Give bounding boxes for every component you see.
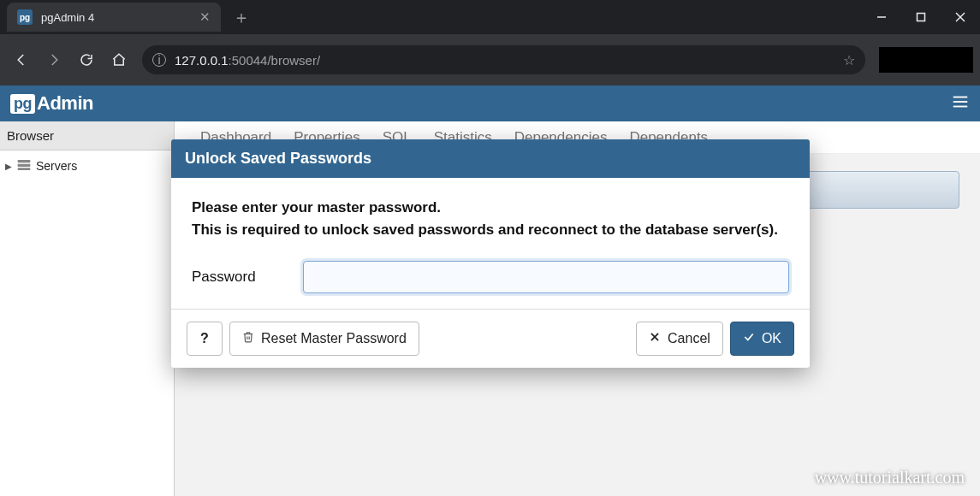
address-bar[interactable]: i 127.0.0.1:50044/browser/ ☆ [142, 45, 865, 74]
tab-close-icon[interactable]: ✕ [199, 9, 211, 25]
close-icon [649, 331, 661, 346]
url-path: :50044/browser/ [229, 53, 321, 68]
tab-title: pgAdmin 4 [41, 11, 191, 24]
new-tab-button[interactable]: ＋ [233, 6, 250, 29]
dialog-footer: ? Reset Master Password Cancel OK [171, 309, 810, 368]
password-label: Password [192, 269, 286, 286]
trash-icon [242, 331, 254, 346]
pgadmin-logo: pgAdmin [10, 92, 93, 115]
window-minimize-button[interactable] [862, 0, 901, 34]
ok-button-label: OK [762, 331, 781, 346]
ok-button[interactable]: OK [730, 322, 794, 356]
chevron-right-icon: ▶ [5, 162, 12, 171]
reset-button-label: Reset Master Password [261, 331, 407, 346]
site-info-icon[interactable]: i [152, 53, 166, 67]
tab-favicon: pg [17, 9, 33, 25]
nav-home-button[interactable] [104, 45, 134, 74]
nav-forward-button[interactable] [39, 45, 68, 74]
browser-tab[interactable]: pg pgAdmin 4 ✕ [7, 3, 221, 32]
window-maximize-button[interactable] [901, 0, 941, 34]
dialog-title: Unlock Saved Passwords [171, 139, 810, 178]
tree-node-servers[interactable]: ▶ Servers [5, 156, 169, 176]
menu-hamburger-icon[interactable] [951, 92, 970, 115]
browser-panel-title: Browser [7, 128, 54, 143]
extensions-area[interactable] [879, 47, 973, 73]
titlebar: pg pgAdmin 4 ✕ ＋ [0, 0, 980, 34]
cancel-button[interactable]: Cancel [636, 322, 723, 356]
nav-back-button[interactable] [7, 45, 36, 74]
logo-pg: pg [10, 94, 35, 114]
password-input[interactable] [303, 261, 789, 293]
url-host: 127.0.0.1 [175, 53, 229, 68]
password-field-row: Password [192, 261, 789, 293]
svg-rect-1 [918, 14, 925, 21]
bookmark-star-icon[interactable]: ☆ [843, 52, 855, 68]
browser-panel-header: Browser [0, 121, 174, 151]
sidebar: Browser ▶ Servers [0, 121, 175, 496]
object-tree: ▶ Servers [0, 151, 174, 181]
dialog-text-line2: This is required to unlock saved passwor… [192, 219, 789, 241]
tree-node-label: Servers [36, 159, 77, 173]
browser-toolbar: i 127.0.0.1:50044/browser/ ☆ [0, 34, 980, 86]
url-text: 127.0.0.1:50044/browser/ [175, 53, 320, 68]
cancel-button-label: Cancel [668, 331, 710, 346]
dialog-text-line1: Please enter your master password. [192, 197, 789, 219]
dialog-body: Please enter your master password. This … [171, 178, 810, 309]
svg-rect-8 [18, 163, 31, 166]
app-header: pgAdmin [0, 86, 980, 121]
logo-admin: Admin [37, 92, 93, 115]
window-controls [862, 0, 980, 34]
unlock-passwords-dialog: Unlock Saved Passwords Please enter your… [171, 139, 810, 368]
servers-icon [17, 159, 31, 174]
nav-reload-button[interactable] [72, 45, 101, 74]
help-button[interactable]: ? [187, 322, 223, 356]
check-icon [743, 331, 755, 346]
reset-master-password-button[interactable]: Reset Master Password [229, 322, 419, 356]
watermark-text: www.tutorialkart.com [815, 468, 965, 487]
svg-rect-9 [18, 168, 31, 170]
browser-chrome: pg pgAdmin 4 ✕ ＋ i 127.0.0.1:50044/brows… [0, 0, 980, 86]
window-close-button[interactable] [941, 0, 980, 34]
svg-rect-7 [18, 160, 31, 162]
